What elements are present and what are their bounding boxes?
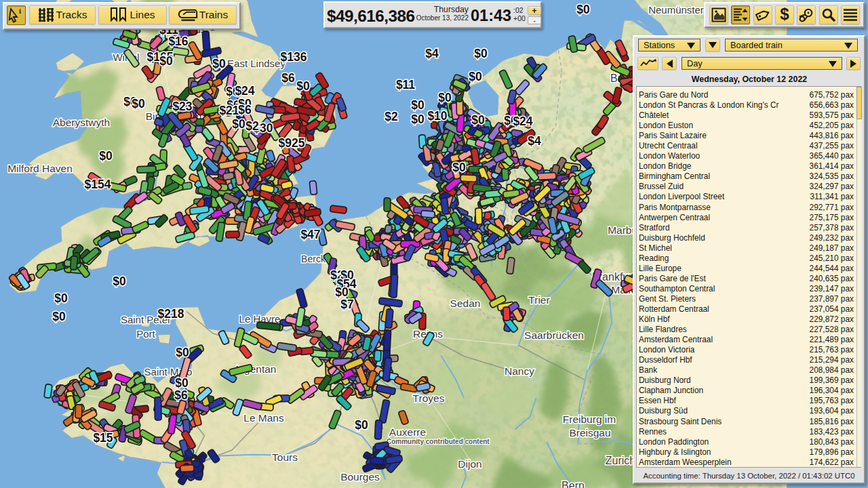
svg-text:$0: $0 bbox=[99, 149, 113, 163]
svg-text:$0: $0 bbox=[474, 47, 488, 60]
svg-text:$47: $47 bbox=[300, 228, 320, 241]
svg-text:$0: $0 bbox=[232, 117, 245, 131]
svg-text:$0: $0 bbox=[159, 54, 173, 68]
svg-text:Tours: Tours bbox=[272, 451, 298, 463]
svg-text:$154: $154 bbox=[85, 178, 111, 191]
svg-text:$0: $0 bbox=[411, 98, 425, 112]
svg-text:$0: $0 bbox=[438, 91, 452, 104]
svg-text:$4: $4 bbox=[528, 134, 541, 148]
svg-text:$0: $0 bbox=[52, 310, 66, 323]
svg-text:$0: $0 bbox=[411, 113, 425, 126]
svg-text:Trier: Trier bbox=[528, 294, 549, 306]
svg-text:$10: $10 bbox=[427, 109, 447, 123]
svg-text:$2: $2 bbox=[245, 119, 259, 133]
svg-text:$0: $0 bbox=[576, 3, 590, 16]
svg-text:Bourges: Bourges bbox=[340, 471, 380, 483]
svg-text:Zurich: Zurich bbox=[606, 455, 635, 466]
svg-text:$925: $925 bbox=[279, 136, 305, 150]
svg-text:$7: $7 bbox=[340, 298, 353, 311]
svg-text:$4: $4 bbox=[425, 47, 439, 60]
svg-text:$0: $0 bbox=[469, 70, 482, 83]
svg-text:$15: $15 bbox=[93, 431, 113, 445]
svg-text:$: $ bbox=[780, 7, 789, 23]
svg-text:$11: $11 bbox=[396, 78, 415, 92]
svg-text:$0: $0 bbox=[113, 274, 126, 288]
svg-text:$136: $136 bbox=[281, 50, 307, 64]
svg-text:$0: $0 bbox=[175, 376, 189, 390]
svg-text:$0: $0 bbox=[176, 346, 189, 359]
svg-text:$2: $2 bbox=[384, 110, 398, 123]
svg-text:Aberystwyth: Aberystwyth bbox=[53, 117, 110, 128]
svg-text:$0: $0 bbox=[471, 113, 485, 127]
svg-text:$218: $218 bbox=[158, 307, 184, 321]
svg-text:Neumünster: Neumünster bbox=[648, 4, 704, 16]
svg-text:Freiburg im: Freiburg im bbox=[563, 413, 616, 425]
svg-text:Berck: Berck bbox=[301, 253, 326, 264]
svg-text:Troyes: Troyes bbox=[413, 392, 445, 404]
svg-text:Bern: Bern bbox=[561, 480, 585, 488]
svg-text:$0: $0 bbox=[355, 418, 368, 432]
svg-text:$0: $0 bbox=[54, 291, 68, 305]
svg-text:$6: $6 bbox=[238, 103, 252, 117]
svg-text:$21: $21 bbox=[219, 104, 239, 117]
svg-text:Saarbrücken: Saarbrücken bbox=[524, 329, 584, 341]
svg-text:$6: $6 bbox=[174, 388, 188, 402]
svg-text:Breisgau: Breisgau bbox=[569, 427, 610, 439]
svg-text:$24: $24 bbox=[513, 115, 532, 128]
svg-text:Milford Haven: Milford Haven bbox=[7, 163, 73, 174]
svg-text:$24: $24 bbox=[235, 84, 254, 98]
svg-text:Port: Port bbox=[136, 328, 155, 340]
svg-text:$0: $0 bbox=[212, 57, 226, 70]
svg-text:Le Mans: Le Mans bbox=[243, 412, 284, 424]
svg-text:Auxerre: Auxerre bbox=[389, 426, 426, 438]
svg-text:$0: $0 bbox=[296, 79, 310, 93]
svg-text:Community contributed content: Community contributed content bbox=[387, 438, 490, 445]
svg-text:Sedan: Sedan bbox=[450, 298, 481, 309]
svg-text:$0: $0 bbox=[452, 161, 466, 174]
svg-text:$0: $0 bbox=[132, 97, 145, 110]
svg-text:Nancy: Nancy bbox=[505, 365, 534, 377]
svg-text:$23: $23 bbox=[172, 100, 192, 113]
svg-text:Dijon: Dijon bbox=[458, 458, 481, 470]
svg-text:East Lindsey: East Lindsey bbox=[227, 58, 285, 69]
svg-text:i: i bbox=[19, 7, 21, 15]
svg-text:$6: $6 bbox=[281, 71, 295, 85]
svg-text:$0: $0 bbox=[335, 285, 349, 299]
